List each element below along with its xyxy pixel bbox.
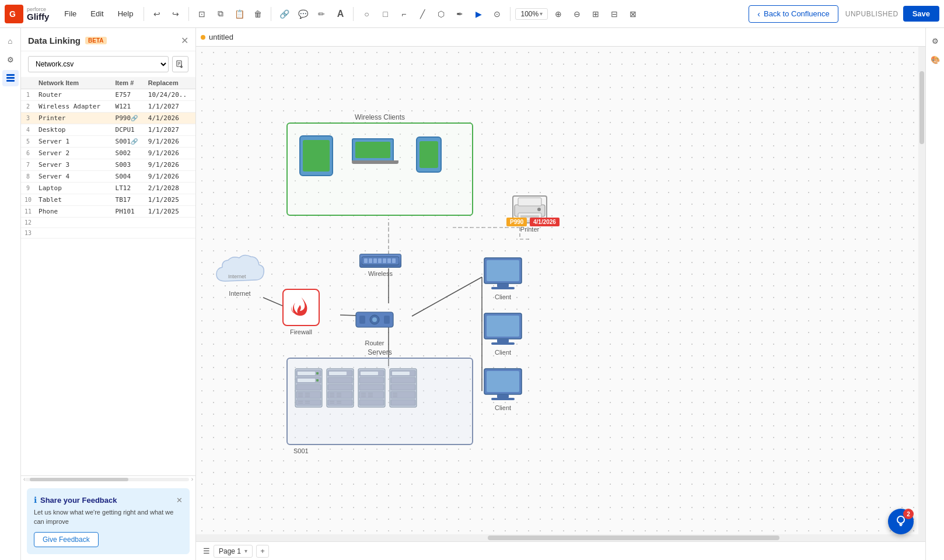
wireless-phone[interactable] — [416, 136, 442, 173]
sidebar-icon-settings[interactable]: ⚙ — [2, 51, 19, 68]
link-btn[interactable]: 🔗 — [276, 6, 292, 22]
vertical-scrollbar[interactable] — [918, 47, 925, 534]
csv-file-select[interactable]: Network.csv — [28, 56, 169, 72]
internet-element[interactable]: Internet Internet — [214, 252, 266, 297]
right-sidebar-icons: ⚙ 🎨 — [925, 28, 944, 560]
svg-rect-60 — [329, 372, 347, 375]
router-element[interactable]: Router — [354, 306, 396, 346]
diag-btn[interactable]: ╱ — [414, 6, 431, 22]
table-row[interactable]: 12 — [21, 218, 195, 228]
menu-edit[interactable]: Edit — [85, 7, 109, 20]
printer-element[interactable]: Printer P990 4/1/2026 — [512, 195, 547, 233]
row-id: PH101 — [112, 206, 145, 218]
fit-btn[interactable]: ⊞ — [588, 6, 604, 22]
firewall-icon — [282, 289, 320, 326]
right-icon-settings[interactable]: ⚙ — [927, 33, 943, 49]
line-btn[interactable]: ⌐ — [396, 6, 412, 22]
wireless-laptop[interactable] — [352, 138, 394, 167]
sidebar-icon-home[interactable]: ⌂ — [2, 33, 19, 49]
page-list-btn[interactable]: ☰ — [203, 547, 210, 555]
h-scroll-track[interactable] — [25, 478, 188, 481]
table-row[interactable]: 7 Server 3 S003 9/1/2026 — [21, 159, 195, 171]
circle-btn[interactable]: ○ — [358, 6, 375, 22]
svg-rect-40 — [298, 372, 315, 375]
rect-btn[interactable]: □ — [377, 6, 393, 22]
table-row[interactable]: 13 — [21, 228, 195, 239]
zoom-chevron: ▾ — [540, 10, 543, 17]
topbar: G perforce Gliffy File Edit Help ↩ ↪ ⊡ ⧉… — [0, 0, 944, 28]
wireless-tablet1[interactable] — [299, 135, 333, 176]
svg-rect-44 — [316, 379, 319, 382]
panel-close-btn[interactable]: ✕ — [181, 35, 188, 46]
wireless-switch-element[interactable]: Wireless — [359, 254, 401, 277]
table-row[interactable]: 5 Server 1 S001🔗 9/1/2026 — [21, 136, 195, 148]
client1-element[interactable]: Client — [482, 257, 524, 300]
menu-help[interactable]: Help — [112, 7, 139, 20]
csv-upload-btn[interactable] — [172, 56, 188, 72]
pencil-btn[interactable]: ✒ — [452, 6, 468, 22]
laptop-screen — [352, 138, 394, 162]
h-scroll-thumb[interactable] — [30, 478, 128, 481]
comment-btn[interactable]: 💬 — [295, 6, 311, 22]
server2[interactable] — [326, 368, 354, 408]
server4[interactable] — [389, 368, 417, 408]
table-row[interactable]: 9 Laptop LT12 2/1/2028 — [21, 183, 195, 194]
delete-btn[interactable]: 🗑 — [250, 6, 266, 22]
menu-file[interactable]: File — [58, 7, 82, 20]
zoom-in-btn[interactable]: ⊕ — [550, 6, 567, 22]
fab-area: 2 — [888, 509, 914, 534]
canvas[interactable]: Wireless Clients — [196, 47, 925, 534]
paste-btn[interactable]: 📋 — [231, 6, 247, 22]
server3[interactable] — [358, 368, 386, 408]
v-scroll-thumb[interactable] — [919, 71, 924, 144]
right-icon-style[interactable]: 🎨 — [927, 51, 943, 68]
crop-btn[interactable]: ⊡ — [194, 6, 210, 22]
client3-element[interactable]: Client — [482, 368, 524, 411]
redo-btn[interactable]: ↪ — [167, 6, 184, 22]
server1[interactable] — [295, 368, 323, 408]
give-feedback-button[interactable]: Give Feedback — [34, 532, 99, 547]
grid-rows-btn[interactable]: ⊟ — [606, 6, 623, 22]
feedback-title: Share your Feedback — [40, 496, 117, 505]
table-row[interactable]: 8 Server 4 S004 9/1/2026 — [21, 171, 195, 183]
table-row[interactable]: 11 Phone PH101 1/1/2025 — [21, 206, 195, 218]
pointer-btn[interactable]: ▶ — [470, 6, 487, 22]
phone-icon — [416, 136, 442, 173]
table-row[interactable]: 3 Printer P990🔗 4/1/2026 — [21, 113, 195, 124]
undo-btn[interactable]: ↩ — [149, 6, 165, 22]
row-item: Router — [35, 89, 111, 101]
feedback-close-btn[interactable]: ✕ — [176, 496, 183, 505]
scroll-right-btn[interactable]: › — [191, 476, 193, 482]
add-page-btn[interactable]: + — [256, 545, 269, 558]
row-num: 10 — [21, 194, 35, 206]
table-row[interactable]: 1 Router E757 10/24/20.. — [21, 89, 195, 101]
page-indicator[interactable]: Page 1 ▾ — [214, 545, 253, 558]
panel-toolbar: Network.csv — [21, 51, 195, 77]
back-confluence-btn[interactable]: ‹ Back to Confluence — [749, 5, 838, 23]
zoom-control[interactable]: 100% ▾ — [515, 8, 548, 20]
client2-element[interactable]: Client — [482, 312, 524, 356]
grid-cols-btn[interactable]: ⊠ — [625, 6, 641, 22]
firewall-element[interactable]: Firewall — [282, 289, 320, 335]
lasso-btn[interactable]: ⊙ — [489, 6, 505, 22]
text-btn[interactable]: A — [332, 6, 348, 22]
table-row[interactable]: 4 Desktop DCPU1 1/1/2027 — [21, 124, 195, 136]
row-item: Server 4 — [35, 171, 111, 183]
server-units — [288, 359, 472, 417]
canvas-h-scroll[interactable] — [196, 534, 925, 541]
diagram-tab-title[interactable]: untitled — [209, 33, 233, 41]
shape-btn[interactable]: ⬡ — [433, 6, 449, 22]
data-table-wrap[interactable]: Network Item Item # Replacem 1 Router E7… — [21, 77, 195, 475]
page-label: Page 1 — [219, 547, 241, 555]
table-row[interactable]: 2 Wireless Adapter W121 1/1/2027 — [21, 101, 195, 113]
h-scroll[interactable]: ‹ › — [21, 475, 195, 482]
table-row[interactable]: 6 Server 2 S002 9/1/2026 — [21, 148, 195, 159]
pen-btn[interactable]: ✏ — [313, 6, 330, 22]
zoom-out-btn[interactable]: ⊖ — [569, 6, 585, 22]
sep4 — [353, 7, 354, 21]
copy-btn[interactable]: ⧉ — [212, 6, 229, 22]
table-row[interactable]: 10 Tablet TB17 1/1/2025 — [21, 194, 195, 206]
sidebar-icon-data[interactable] — [2, 70, 19, 86]
canvas-h-scroll-thumb[interactable] — [488, 536, 779, 540]
save-button[interactable]: Save — [903, 6, 939, 22]
